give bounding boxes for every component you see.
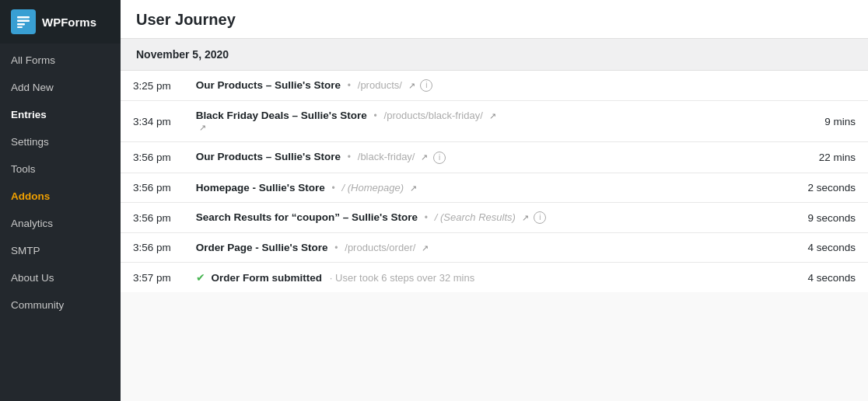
separator: • (332, 183, 335, 194)
external-link-icon[interactable]: ↗ (408, 81, 415, 91)
separator: • (374, 110, 377, 121)
time-cell: 3:56 pm (121, 173, 184, 202)
info-icon[interactable]: i (420, 79, 432, 92)
table-row: 3:56 pm Order Page - Sullie's Store • /p… (121, 233, 868, 263)
info-icon[interactable]: i (534, 211, 546, 224)
time-cell: 3:57 pm (121, 263, 184, 293)
table-row: 3:25 pm Our Products – Sullie's Store • … (121, 71, 868, 101)
page-name: Order Page - Sullie's Store (196, 242, 328, 253)
svg-rect-1 (17, 20, 30, 23)
wpforms-logo-icon (11, 9, 36, 34)
submitted-sub: · User took 6 steps over 32 mins (330, 272, 474, 284)
page-path: /products/order/ (345, 242, 415, 253)
page-path: / (Homepage) (342, 182, 404, 194)
table-row: 3:57 pm ✔ Order Form submitted · User to… (121, 263, 868, 293)
table-row: 3:56 pm Search Results for “coupon” – Su… (121, 202, 868, 232)
external-link-icon[interactable]: ↗ (410, 183, 417, 194)
duration-cell: 2 seconds (795, 173, 868, 202)
page-path: / (Search Results) (435, 211, 516, 223)
sidebar-item-settings[interactable]: Settings (0, 128, 121, 155)
page-name: Our Products – Sullie's Store (196, 151, 341, 162)
separator: • (334, 242, 338, 253)
external-link-icon[interactable]: ↗ (421, 152, 428, 162)
main-content: User Journey November 5, 2020 3:25 pm Ou… (121, 0, 868, 401)
title-cell: Our Products – Sullie's Store • /product… (184, 71, 796, 101)
sidebar-item-all-forms[interactable]: All Forms (0, 47, 121, 74)
title-cell: Order Page - Sullie's Store • /products/… (184, 233, 796, 263)
external-link-icon[interactable]: ↗ (422, 243, 429, 253)
svg-rect-3 (17, 26, 23, 28)
page-path: /black-friday/ (358, 151, 415, 162)
external-link-icon[interactable]: ↗ (489, 111, 496, 121)
duration-cell: 9 seconds (795, 202, 868, 232)
title-cell: Search Results for “coupon” – Sullie's S… (184, 202, 796, 232)
duration-cell: 22 mins (795, 142, 868, 173)
title-cell: ✔ Order Form submitted · User took 6 ste… (184, 263, 796, 293)
icon-row: ↗ (196, 121, 783, 133)
sidebar-item-entries[interactable]: Entries (0, 101, 121, 128)
sidebar-item-add-new[interactable]: Add New (0, 74, 121, 101)
time-cell: 3:56 pm (121, 233, 184, 263)
logo-area[interactable]: WPForms (0, 0, 121, 44)
page-path: /products/ (358, 79, 402, 91)
info-icon[interactable]: i (433, 152, 446, 164)
page-path: /products/black-friday/ (384, 110, 483, 121)
title-cell: Black Friday Deals – Sullie's Store • /p… (184, 101, 796, 142)
title-line: Black Friday Deals – Sullie's Store • /p… (196, 110, 783, 121)
journey-table: 3:25 pm Our Products – Sullie's Store • … (121, 71, 868, 292)
sidebar-item-analytics[interactable]: Analytics (0, 210, 121, 237)
separator: • (348, 152, 351, 162)
separator: • (348, 80, 351, 91)
sidebar-item-tools[interactable]: Tools (0, 155, 121, 183)
date-header: November 5, 2020 (121, 39, 868, 71)
page-title: User Journey (136, 11, 852, 29)
sidebar-item-smtp[interactable]: SMTP (0, 237, 121, 264)
table-row: 3:56 pm Homepage - Sullie's Store • / (H… (121, 173, 868, 202)
separator: • (425, 212, 428, 223)
title-cell: Our Products – Sullie's Store • /black-f… (184, 142, 796, 173)
sidebar-item-community[interactable]: Community (0, 291, 121, 319)
submitted-label: Order Form submitted (212, 272, 323, 284)
page-name: Our Products – Sullie's Store (196, 79, 341, 91)
time-cell: 3:56 pm (121, 142, 184, 173)
time-cell: 3:34 pm (121, 101, 184, 142)
title-cell: Homepage - Sullie's Store • / (Homepage)… (184, 173, 796, 202)
external-link-icon[interactable]: ↗ (522, 213, 529, 223)
sidebar-item-addons[interactable]: Addons (0, 183, 121, 210)
content-area: November 5, 2020 3:25 pm Our Products – … (121, 39, 868, 401)
page-name: Homepage - Sullie's Store (196, 182, 325, 194)
page-name: Search Results for “coupon” – Sullie's S… (196, 211, 418, 223)
table-row: 3:56 pm Our Products – Sullie's Store • … (121, 142, 868, 173)
duration-cell: 4 seconds (795, 263, 868, 293)
svg-rect-0 (17, 16, 30, 19)
duration-cell: 9 mins (795, 101, 868, 142)
sidebar-nav: All Forms Add New Entries Settings Tools… (0, 44, 121, 319)
time-cell: 3:56 pm (121, 202, 184, 232)
external-link-icon-2[interactable]: ↗ (199, 123, 206, 133)
duration-cell (795, 71, 868, 101)
checkmark-icon: ✔ (196, 272, 205, 284)
page-name: Black Friday Deals – Sullie's Store (196, 110, 367, 121)
svg-rect-2 (17, 23, 25, 26)
sidebar-item-about-us[interactable]: About Us (0, 264, 121, 291)
time-cell: 3:25 pm (121, 71, 184, 101)
table-row: 3:34 pm Black Friday Deals – Sullie's St… (121, 101, 868, 142)
logo-text: WPForms (42, 16, 96, 29)
duration-cell: 4 seconds (795, 233, 868, 263)
sidebar: WPForms All Forms Add New Entries Settin… (0, 0, 121, 401)
page-header: User Journey (121, 0, 868, 39)
